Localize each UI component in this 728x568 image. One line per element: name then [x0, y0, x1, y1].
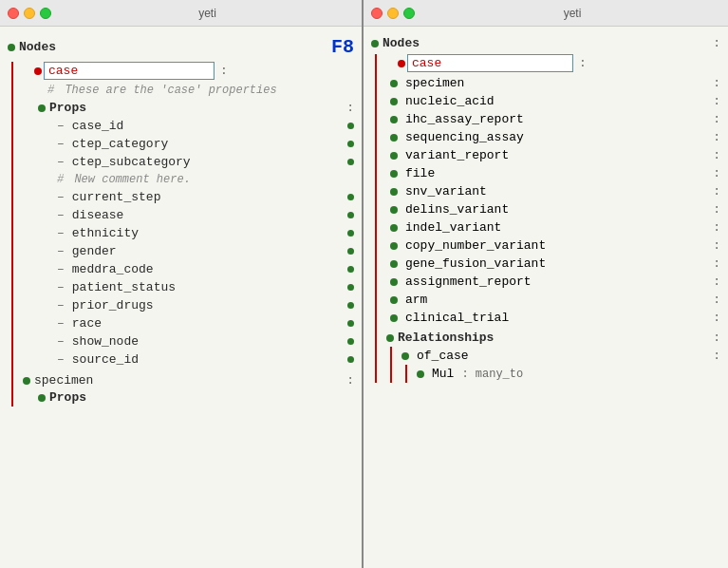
- left-content[interactable]: Nodes F8 : # These are the 'case' proper…: [0, 27, 362, 568]
- right-node-variant-report: variant_report :: [383, 146, 724, 164]
- left-minimize-button[interactable]: [24, 8, 35, 19]
- right-node-dot-icon: [390, 116, 398, 123]
- relationships-dot-icon: [386, 334, 394, 342]
- prop-dot-icon: [347, 356, 354, 363]
- right-panel: yeti Nodes : : specimen : nucl: [364, 0, 728, 568]
- nodes-dot-icon: [8, 44, 15, 51]
- specimen-label: specimen: [34, 373, 93, 388]
- right-node-gene-fusion: gene_fusion_variant :: [383, 255, 724, 273]
- props-header: Props :: [34, 99, 358, 117]
- left-tree-indent: : # These are the 'case' properties Prop…: [11, 62, 358, 407]
- left-nodes-label: Nodes: [19, 40, 56, 54]
- prop-ctep-subcategory: – ctep_subcategory: [34, 153, 358, 171]
- comment-line-2: # New comment here.: [34, 171, 358, 188]
- props-bottom-header: Props: [34, 388, 358, 407]
- right-content[interactable]: Nodes : : specimen : nucleic_acid :: [364, 27, 728, 568]
- right-minimize-button[interactable]: [387, 8, 399, 19]
- right-node-dot-icon: [390, 296, 398, 304]
- right-node-dot-icon: [390, 206, 398, 214]
- props-label: Props: [49, 101, 86, 115]
- left-props-section: Props : – case_id – ctep_category – ctep…: [34, 99, 358, 369]
- left-close-button[interactable]: [8, 8, 19, 19]
- right-node-dot-icon: [390, 260, 398, 268]
- right-node-assignment: assignment_report :: [383, 273, 724, 291]
- right-node-nucleic-acid: nucleic_acid :: [383, 92, 724, 110]
- right-node-arm: arm :: [383, 291, 724, 309]
- prop-dot-icon: [347, 266, 354, 273]
- mul-label: Mul: [432, 367, 454, 381]
- comment-line-1: # These are the 'case' properties: [19, 82, 358, 99]
- right-nodes-dot-icon: [371, 40, 379, 47]
- specimen-row: specimen :: [19, 372, 358, 388]
- right-node-dot-icon: [390, 188, 398, 196]
- many-to-label: : many_to: [461, 368, 523, 381]
- prop-case-id: – case_id: [34, 117, 358, 135]
- of-case-indent: of_case : Mul : many_to: [390, 347, 724, 383]
- prop-patient-status: – patient_status: [34, 278, 358, 296]
- right-case-input-wrapper: :: [398, 54, 724, 72]
- mul-dot-icon: [417, 370, 424, 378]
- prop-disease: – disease: [34, 206, 358, 224]
- of-case-dot-icon: [401, 352, 409, 360]
- left-title: yeti: [61, 7, 354, 20]
- right-node-copy-number: copy_number_variant :: [383, 237, 724, 255]
- relationships-label: Relationships: [398, 331, 494, 345]
- prop-ctep-category: – ctep_category: [34, 135, 358, 153]
- right-title: yeti: [424, 7, 720, 20]
- right-node-dot-icon: [390, 170, 398, 178]
- prop-dot-icon: [347, 302, 354, 309]
- case-input-wrapper: :: [34, 62, 358, 80]
- specimen-dot-icon: [23, 377, 30, 385]
- left-zoom-button[interactable]: [40, 8, 51, 19]
- prop-meddra-code: – meddra_code: [34, 260, 358, 278]
- right-node-dot-icon: [390, 80, 398, 87]
- mul-indent: Mul : many_to: [405, 365, 724, 383]
- prop-ethnicity: – ethnicity: [34, 224, 358, 242]
- left-traffic-lights: [8, 8, 51, 19]
- case-colon: :: [220, 64, 228, 78]
- of-case-label: of_case: [417, 349, 469, 363]
- props-dot-icon: [38, 104, 46, 112]
- mul-row: Mul : many_to: [413, 365, 724, 383]
- right-node-delins: delins_variant :: [383, 200, 724, 218]
- right-node-specimen: specimen :: [383, 74, 724, 92]
- props-bottom-section: Props: [34, 388, 358, 407]
- right-node-indel: indel_variant :: [383, 218, 724, 237]
- prop-dot-icon: [347, 159, 354, 165]
- relationships-header: Relationships :: [383, 329, 724, 347]
- props-bottom-label: Props: [49, 390, 86, 405]
- case-dot-icon: [34, 67, 42, 75]
- right-node-dot-icon: [390, 134, 398, 142]
- right-zoom-button[interactable]: [403, 8, 415, 19]
- right-node-clinical-trial: clinical_trial :: [383, 309, 724, 327]
- right-node-ihc: ihc_assay_report :: [383, 110, 724, 128]
- right-nodes-label: Nodes: [383, 36, 420, 50]
- prop-dot-icon: [347, 284, 354, 291]
- right-case-input[interactable]: [407, 54, 573, 72]
- props-bottom-dot-icon: [38, 394, 46, 402]
- right-node-seq-assay: sequencing_assay :: [383, 128, 724, 146]
- right-node-dot-icon: [390, 152, 398, 160]
- case-input[interactable]: [44, 62, 215, 80]
- right-tree-indent: : specimen : nucleic_acid : ihc_assay_re…: [375, 54, 724, 383]
- prop-dot-icon: [347, 141, 354, 147]
- right-case-dot-icon: [398, 60, 405, 67]
- prop-race: – race: [34, 314, 358, 332]
- prop-current-step: – current_step: [34, 188, 358, 206]
- of-case-row: of_case :: [398, 347, 724, 365]
- prop-source-id: – source_id: [34, 350, 358, 369]
- prop-dot-icon: [347, 194, 354, 200]
- right-close-button[interactable]: [371, 8, 383, 19]
- prop-dot-icon: [347, 123, 354, 129]
- prop-dot-icon: [347, 248, 354, 255]
- prop-show-node: – show_node: [34, 332, 358, 350]
- right-traffic-lights: [371, 8, 415, 19]
- prop-dot-icon: [347, 212, 354, 218]
- right-node-dot-icon: [390, 278, 398, 286]
- right-node-dot-icon: [390, 242, 398, 250]
- right-nodes-header: Nodes :: [367, 34, 724, 52]
- right-node-dot-icon: [390, 314, 398, 322]
- right-node-dot-icon: [390, 224, 398, 232]
- right-node-snv: snv_variant :: [383, 182, 724, 200]
- prop-gender: – gender: [34, 242, 358, 260]
